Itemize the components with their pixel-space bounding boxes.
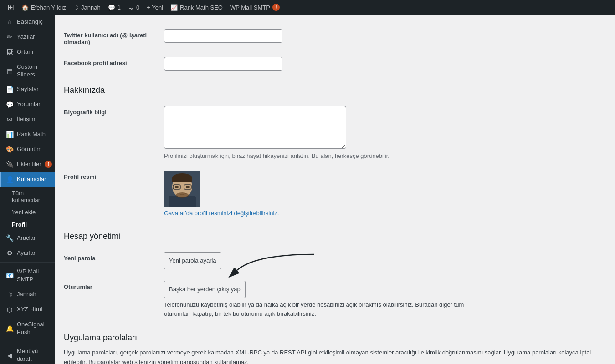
home-icon: ⌂: [6, 18, 13, 25]
menu-separator-2: [0, 342, 55, 342]
comments-icon: 💬: [6, 101, 13, 108]
adminbar-rankmath-icon: 📈: [170, 4, 178, 11]
collapse-icon: ◀: [6, 352, 13, 359]
sidebar-item-ortam[interactable]: 🖼 Ortam: [0, 45, 55, 60]
yeni-parola-content: Yeni parola ayarla: [164, 252, 606, 269]
adminbar-wpmail-badge: !: [272, 4, 280, 11]
sidebar-item-onesignal[interactable]: 🔔 OneSignal Push: [0, 317, 55, 340]
sidebar-item-yorumlar[interactable]: 💬 Yorumlar: [0, 97, 55, 112]
adminbar-bubble-icon: 🗨: [128, 4, 134, 11]
adminbar-theme-icon: ☽: [73, 4, 79, 11]
users-icon: 👤: [6, 176, 13, 183]
xyz-icon: ⬡: [6, 306, 13, 313]
svg-point-8: [175, 186, 179, 188]
sidebar-item-sayfalar[interactable]: 📄 Sayfalar: [0, 82, 55, 97]
uygulama-desc: Uygulama parolaları, gerçek parolanızı v…: [64, 348, 606, 364]
submenu-profil[interactable]: Profil: [0, 218, 55, 231]
adminbar-site[interactable]: 🏠 Efehan Yıldız: [18, 0, 70, 15]
sidebar-item-baslangic[interactable]: ⌂ Başlangıç: [0, 15, 55, 30]
gavatar-link[interactable]: Gavatar'da profil resminizi değiştirebil…: [164, 210, 279, 217]
tools-icon: 🔧: [6, 234, 13, 242]
yeni-parola-row: Yeni parola Yeni parola ayarla: [64, 247, 606, 275]
oturumlar-content: Başka her yerden çıkış yap Telefonunuzu …: [164, 281, 606, 318]
theme-icon: 🎨: [6, 146, 13, 153]
content-wrap: Twitter kullanıcı adı (@ işareti olmadan…: [55, 15, 615, 364]
uygulama-heading: Uygulama parolaları: [64, 333, 606, 343]
adminbar-new[interactable]: + Yeni: [143, 0, 167, 15]
arrow-container: Yeni parola ayarla: [164, 252, 606, 269]
sidebar-item-iletisim[interactable]: ✉ İletişim: [0, 112, 55, 127]
adminbar-rankmath[interactable]: 📈 Rank Math SEO: [167, 0, 226, 15]
wpmail-icon: 📧: [6, 272, 13, 279]
sidebar-item-xyzhtml[interactable]: ⬡ XYZ Html: [0, 302, 55, 317]
adminbar-comments-icon: 💬: [108, 4, 115, 11]
adminbar-site-icon: 🏠: [21, 4, 29, 11]
yeni-parola-label: Yeni parola: [64, 252, 164, 262]
twitter-input[interactable]: [164, 29, 282, 43]
sidebar-item-gorunum[interactable]: 🎨 Görünüm: [0, 142, 55, 157]
svg-point-9: [186, 186, 190, 188]
wp-logo[interactable]: ⊞: [4, 0, 18, 15]
sidebar-item-yazilar[interactable]: ✏ Yazılar: [0, 30, 55, 45]
twitter-content: [164, 29, 606, 43]
jannah-icon: ☽: [6, 291, 13, 298]
profil-resmi-label: Profil resmi: [64, 171, 164, 180]
oturumlar-row: Oturumlar Başka her yerden çıkış yap Tel…: [64, 275, 606, 324]
biyografi-textarea[interactable]: [164, 106, 346, 149]
yeni-parola-button[interactable]: Yeni parola ayarla: [164, 252, 221, 269]
sidebar-item-kullanicilar[interactable]: 👤 Kullanıcılar: [0, 172, 55, 187]
rankmath-icon: 📊: [6, 131, 13, 138]
eklentiler-badge: 1: [45, 161, 52, 168]
adminbar-comments[interactable]: 💬 1: [104, 0, 124, 15]
avatar: [164, 171, 200, 207]
oturumlar-button[interactable]: Başka her yerden çıkış yap: [164, 281, 246, 298]
biyografi-label: Biyografik bilgi: [64, 106, 164, 116]
twitter-row: Twitter kullanıcı adı (@ işareti olmadan…: [64, 24, 606, 51]
sidebar-collapse[interactable]: ◀ Menüyü daralt: [0, 344, 55, 364]
avatar-image: [164, 171, 200, 207]
adminbar-comments2[interactable]: 🗨 0: [124, 0, 143, 15]
hakkinda-heading: Hakkınızda: [64, 86, 606, 95]
sidebar: ⌂ Başlangıç ✏ Yazılar 🖼 Ortam ▤ Custom S…: [0, 15, 55, 364]
sidebar-item-araclar[interactable]: 🔧 Araçlar: [0, 231, 55, 246]
adminbar-theme[interactable]: ☽ Jannah: [70, 0, 104, 15]
settings-icon: ⚙: [6, 249, 13, 257]
pages-icon: 📄: [6, 86, 13, 93]
hesap-heading: Hesap yönetimi: [64, 232, 606, 241]
admin-bar: ⊞ 🏠 Efehan Yıldız ☽ Jannah 💬 1 🗨 0 + Yen…: [0, 0, 615, 15]
submenu-tum-kullanicilar[interactable]: Tüm kullanıcılar: [0, 187, 55, 206]
sliders-icon: ▤: [6, 67, 13, 75]
facebook-label: Facebook profil adresi: [64, 57, 164, 66]
svg-point-10: [176, 192, 189, 198]
edit-icon: ✏: [6, 33, 13, 40]
submenu-yeni-ekle[interactable]: Yeni ekle: [0, 206, 55, 218]
sidebar-item-jannah[interactable]: ☽ Jannah: [0, 287, 55, 302]
facebook-input[interactable]: [164, 57, 282, 71]
bell-icon: 🔔: [6, 325, 13, 332]
menu-separator-1: [0, 262, 55, 263]
facebook-content: [164, 57, 606, 71]
plugins-icon: 🔌: [6, 161, 13, 168]
facebook-row: Facebook profil adresi: [64, 51, 606, 76]
sidebar-item-wpmail[interactable]: 📧 WP Mail SMTP: [0, 264, 55, 287]
adminbar-wpmail[interactable]: WP Mail SMTP !: [226, 0, 283, 15]
oturumlar-desc: Telefonunuzu kaybetmiş olabilir ya da ha…: [164, 300, 483, 318]
biyografi-content: Profilinizi oluşturmak için, biraz hayat…: [164, 106, 606, 159]
profil-resmi-content: Gavatar'da profil resminizi değiştirebil…: [164, 171, 606, 217]
profil-resmi-row: Profil resmi: [64, 165, 606, 222]
biyografi-row: Biyografik bilgi Profilinizi oluşturmak …: [64, 101, 606, 165]
media-icon: 🖼: [6, 48, 13, 56]
sidebar-item-custom-sliders[interactable]: ▤ Custom Sliders: [0, 60, 55, 82]
biyografi-desc: Profilinizi oluşturmak için, biraz hayat…: [164, 152, 606, 159]
main-content: Twitter kullanıcı adı (@ işareti olmadan…: [55, 15, 615, 364]
svg-rect-4: [172, 178, 192, 182]
oturumlar-label: Oturumlar: [64, 281, 164, 290]
sidebar-item-rankmath[interactable]: 📊 Rank Math: [0, 127, 55, 142]
mail-icon: ✉: [6, 116, 13, 123]
twitter-label: Twitter kullanıcı adı (@ işareti olmadan…: [64, 29, 164, 46]
sidebar-item-ayarlar[interactable]: ⚙ Ayarlar: [0, 246, 55, 261]
users-submenu: Tüm kullanıcılar Yeni ekle Profil: [0, 187, 55, 231]
sidebar-item-eklentiler[interactable]: 🔌 Eklentiler 1: [0, 157, 55, 172]
